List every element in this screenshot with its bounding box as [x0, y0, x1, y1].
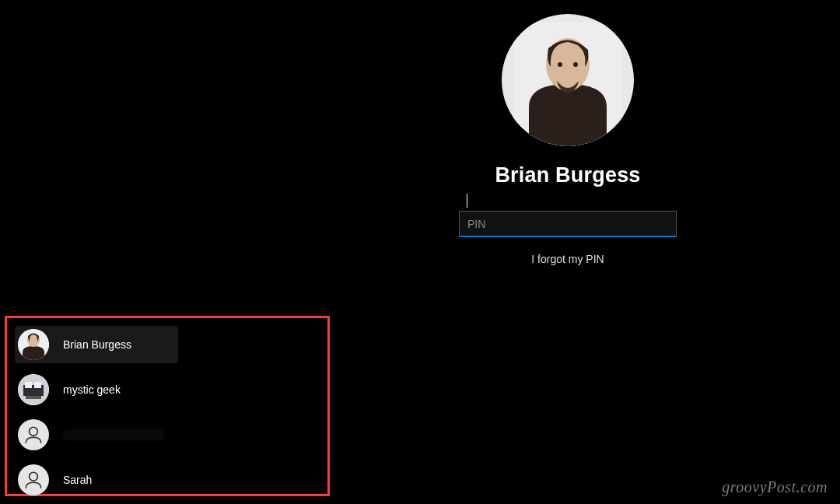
user-switcher-item-brian[interactable]: Brian Burgess: [15, 326, 178, 363]
user-switcher-item-sarah[interactable]: Sarah: [15, 461, 178, 499]
person-icon: [23, 425, 44, 445]
watermark-text: groovyPost.com: [722, 478, 828, 496]
pin-input-wrap: [459, 187, 677, 237]
user-switcher-label: Brian Burgess: [63, 338, 131, 351]
avatar-small: [18, 419, 49, 450]
svg-point-3: [573, 62, 578, 67]
text-caret-icon: [467, 194, 467, 208]
avatar-small: [18, 464, 49, 495]
user-portrait-icon: [18, 329, 49, 360]
avatar: [502, 14, 634, 146]
login-panel: Brian Burgess I forgot my PIN: [366, 14, 770, 265]
person-icon: [23, 470, 44, 490]
user-portrait-icon: [513, 22, 622, 146]
user-switcher-item-mystic[interactable]: mystic geek: [15, 371, 178, 408]
svg-rect-8: [25, 382, 32, 388]
svg-point-12: [30, 472, 38, 481]
svg-rect-10: [26, 396, 41, 399]
svg-point-11: [30, 427, 38, 436]
username-heading: Brian Burgess: [495, 163, 640, 187]
avatar-small: [18, 374, 49, 405]
user-switcher-item-redacted[interactable]: [15, 416, 178, 453]
user-switcher-label-redacted: [63, 429, 164, 440]
user-switcher-label: Sarah: [63, 474, 92, 486]
svg-rect-9: [34, 382, 41, 388]
user-switcher-highlight: Brian Burgess mystic geek: [5, 316, 330, 496]
forgot-pin-link[interactable]: I forgot my PIN: [531, 253, 604, 265]
user-switcher-label: mystic geek: [63, 383, 121, 396]
avatar-small: [18, 329, 49, 360]
pin-input[interactable]: [459, 211, 677, 237]
svg-point-2: [558, 62, 562, 67]
desk-photo-icon: [18, 374, 49, 405]
